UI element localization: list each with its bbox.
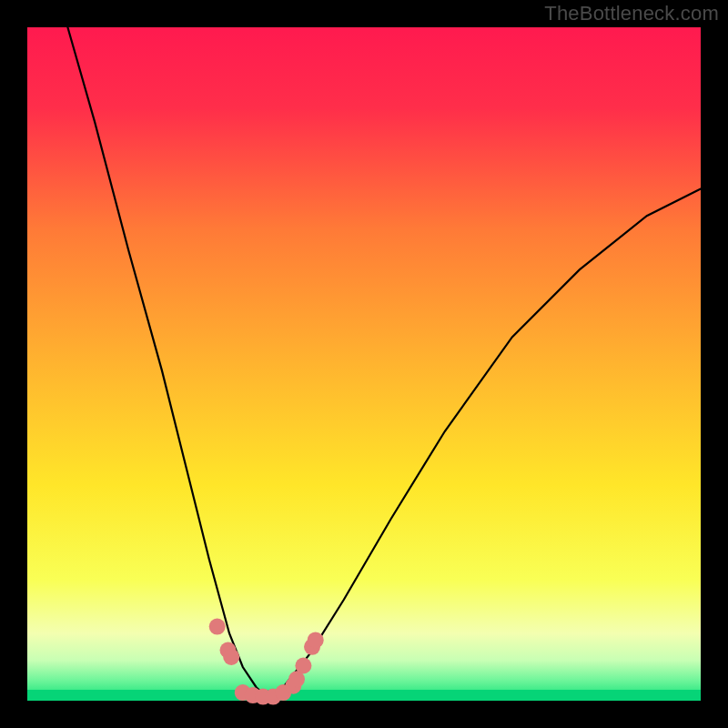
curve-marker	[308, 632, 324, 648]
curve-marker	[223, 649, 239, 665]
plot-background	[27, 27, 701, 701]
curve-marker	[295, 658, 311, 674]
watermark-text: TheBottleneck.com	[544, 2, 719, 25]
curve-marker	[209, 619, 226, 635]
bottleneck-curve-chart	[0, 0, 728, 728]
green-band	[27, 690, 701, 701]
chart-container: { "watermark": "TheBottleneck.com", "cha…	[0, 0, 728, 728]
